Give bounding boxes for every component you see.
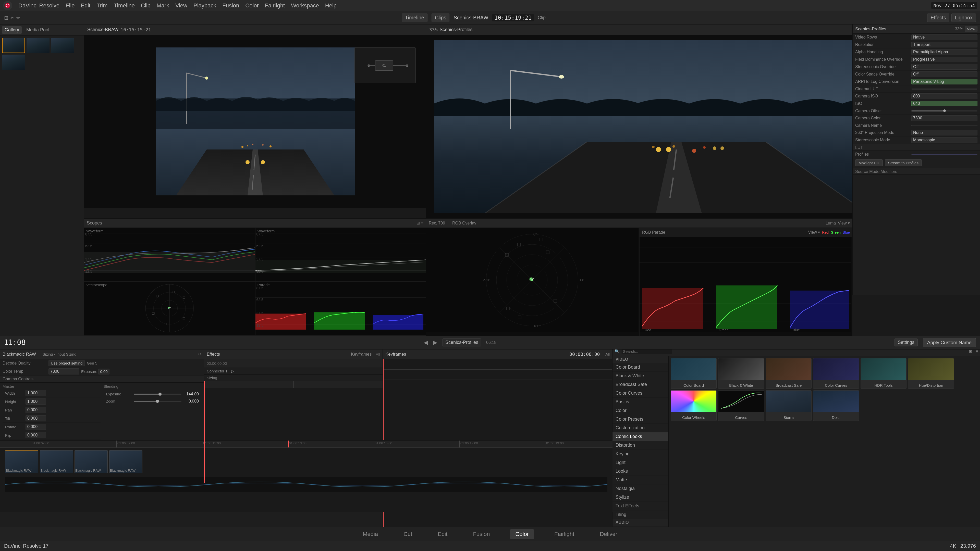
apply-custom-name-btn[interactable]: Apply Custom Name bbox=[923, 338, 976, 347]
effect-thumb-dolci[interactable]: Dolci bbox=[813, 390, 859, 421]
timeline-clip-1[interactable]: Blackmagic RAW bbox=[5, 450, 38, 473]
zoom-slider[interactable] bbox=[134, 401, 182, 402]
menu-workspace[interactable]: Workspace bbox=[291, 2, 319, 9]
effects-category-black-white[interactable]: Black & White bbox=[612, 372, 668, 380]
timeline-clip-4[interactable]: Blackmagic RAW bbox=[109, 450, 142, 473]
page-nav-media[interactable]: Media bbox=[358, 529, 383, 539]
rotate-input[interactable]: 0.000 bbox=[25, 424, 46, 430]
view-btn-bottom[interactable]: View ▾ bbox=[838, 221, 850, 225]
stream-profiles-btn[interactable]: Stream to Profiles bbox=[885, 159, 922, 166]
media-thumb-3[interactable] bbox=[51, 38, 74, 53]
pan-input[interactable]: 0.000 bbox=[25, 407, 46, 413]
effects-category-video-header: VIDEO bbox=[612, 356, 668, 363]
program-viewer-content[interactable] bbox=[426, 35, 926, 218]
menu-file[interactable]: File bbox=[65, 2, 75, 9]
effect-thumb-color-wheels[interactable]: Color Wheels bbox=[671, 390, 717, 421]
effects-list-view-btn[interactable]: ≡ bbox=[976, 349, 978, 354]
effects-category-color-board[interactable]: Color Board bbox=[612, 363, 668, 372]
tab-media[interactable]: Media Pool bbox=[24, 26, 52, 34]
effects-category-distortion[interactable]: Distortion bbox=[612, 441, 668, 450]
tab-gallery[interactable]: Gallery bbox=[2, 26, 22, 34]
effect-thumb-hue-distortion[interactable]: Hue/Distortion bbox=[908, 358, 954, 389]
effects-category-keying[interactable]: Keying bbox=[612, 450, 668, 458]
effects-category-light[interactable]: Light bbox=[612, 458, 668, 467]
effects-sort-btn[interactable]: ⊞ bbox=[969, 349, 972, 354]
menu-trim[interactable]: Trim bbox=[97, 2, 107, 9]
decode-quality-value[interactable]: Use project setting bbox=[48, 360, 85, 366]
toolbar-clip-label: Clip bbox=[538, 15, 546, 21]
effects-category-color-curves[interactable]: Color Curves bbox=[612, 389, 668, 398]
effect-thumb-sierra[interactable]: Sierra bbox=[765, 390, 811, 421]
page-nav-fairlight[interactable]: Fairlight bbox=[549, 529, 579, 539]
flip-input[interactable]: 0.000 bbox=[25, 432, 46, 438]
effect-thumb-broadcast-safe[interactable]: Broadcast Safe bbox=[765, 358, 811, 389]
settings-btn[interactable]: Settings bbox=[894, 338, 918, 346]
effects-category-comic-looks[interactable]: Comic Looks bbox=[612, 432, 668, 441]
keyframe-connector: ▷ bbox=[231, 369, 234, 373]
raw-panel-header: Blackmagic RAW Sizing - Input Sizing ↺ bbox=[0, 349, 204, 359]
effects-category-basics[interactable]: Basics bbox=[612, 398, 668, 407]
effect-thumb-color-curves[interactable]: Color Curves bbox=[813, 358, 859, 389]
master-label: Master bbox=[3, 384, 100, 389]
raw-reset-btn[interactable]: ↺ bbox=[198, 352, 201, 357]
page-nav-deliver[interactable]: Deliver bbox=[595, 529, 622, 539]
menu-edit[interactable]: Edit bbox=[81, 2, 90, 9]
effect-thumb-color-board[interactable]: Color Board bbox=[671, 358, 717, 389]
effect-thumb-hdr-tools[interactable]: HDR Tools bbox=[861, 358, 907, 389]
menu-fairlight[interactable]: Fairlight bbox=[265, 2, 285, 9]
profile-selector[interactable]: Scenics-Profiles bbox=[442, 338, 481, 346]
media-thumb-4[interactable] bbox=[2, 55, 25, 70]
effects-category-color[interactable]: Color bbox=[612, 407, 668, 415]
effect-thumb-curves[interactable]: Curves bbox=[718, 390, 764, 421]
menu-color[interactable]: Color bbox=[245, 2, 259, 9]
source-viewer-content[interactable]: 01 bbox=[84, 35, 426, 208]
effects-category-broadcast-safe[interactable]: Broadcast Safe bbox=[612, 380, 668, 389]
page-nav-edit[interactable]: Edit bbox=[433, 529, 452, 539]
page-nav-color[interactable]: Color bbox=[510, 529, 534, 539]
menu-mark[interactable]: Mark bbox=[157, 2, 169, 9]
rgb-parade-view[interactable]: View ▾ bbox=[808, 230, 820, 235]
toolbar-timecode: 10:15:19:21 bbox=[492, 14, 534, 21]
media-thumb-1[interactable] bbox=[2, 38, 25, 53]
color-temp-input[interactable]: 7300 bbox=[48, 368, 79, 375]
effects-category-matte[interactable]: Matte bbox=[612, 476, 668, 484]
toolbar-clips-btn[interactable]: Clips bbox=[431, 14, 449, 22]
height-input[interactable]: 1.000 bbox=[25, 399, 46, 405]
tilt-input[interactable]: 0.000 bbox=[25, 415, 46, 421]
effects-category-stylize[interactable]: Stylize bbox=[612, 493, 668, 502]
timeline-clip-2[interactable]: Blackmagic RAW bbox=[40, 450, 73, 473]
menu-playback[interactable]: Playback bbox=[193, 2, 216, 9]
toolbar-lightbox-btn[interactable]: Lighbox bbox=[951, 14, 976, 22]
svg-point-34 bbox=[673, 145, 675, 148]
page-nav-cut[interactable]: Cut bbox=[398, 529, 417, 539]
page-nav-fusion[interactable]: Fusion bbox=[468, 529, 495, 539]
toolbar-effects-btn[interactable]: Effects bbox=[927, 14, 950, 22]
effects-category-text-effects[interactable]: Text Effects bbox=[612, 502, 668, 510]
effects-category-customization[interactable]: Customization bbox=[612, 424, 668, 432]
nav-prev-btn[interactable]: ◀ bbox=[424, 339, 428, 346]
exposure-value[interactable]: 0.00 bbox=[98, 368, 109, 375]
menu-help[interactable]: Help bbox=[325, 2, 337, 9]
inspector-view-btn[interactable]: View bbox=[965, 26, 977, 32]
effects-category-nostalgia[interactable]: Nostalgia bbox=[612, 484, 668, 493]
nav-next-btn[interactable]: ▶ bbox=[433, 339, 438, 346]
menu-fusion[interactable]: Fusion bbox=[222, 2, 239, 9]
menu-davinci[interactable]: DaVinci Resolve bbox=[18, 2, 59, 9]
toolbar-timeline-btn[interactable]: Timeline bbox=[402, 14, 428, 22]
effects-category-tiling[interactable]: Tiling bbox=[612, 510, 668, 519]
toolbar-icon-edit: ✏ bbox=[16, 15, 20, 21]
media-thumb-2[interactable] bbox=[27, 38, 49, 53]
menu-timeline[interactable]: Timeline bbox=[114, 2, 135, 9]
effects-category-looks[interactable]: Looks bbox=[612, 467, 668, 476]
profile-version: 06:18 bbox=[486, 340, 496, 345]
timeline-clip-3[interactable]: Blackmagic RAW bbox=[75, 450, 108, 473]
menu-clip[interactable]: Clip bbox=[141, 2, 151, 9]
exposure-slider[interactable] bbox=[134, 394, 182, 395]
svg-point-31 bbox=[666, 147, 671, 152]
width-input[interactable]: 1.000 bbox=[25, 390, 46, 396]
effects-category-color-presets[interactable]: Color Presets bbox=[612, 415, 668, 424]
maxlight-hd-btn[interactable]: Maxlight HD bbox=[855, 159, 883, 166]
menu-view[interactable]: View bbox=[175, 2, 187, 9]
all-label: All bbox=[375, 352, 380, 356]
effect-thumb-black-white[interactable]: Black & White bbox=[718, 358, 764, 389]
